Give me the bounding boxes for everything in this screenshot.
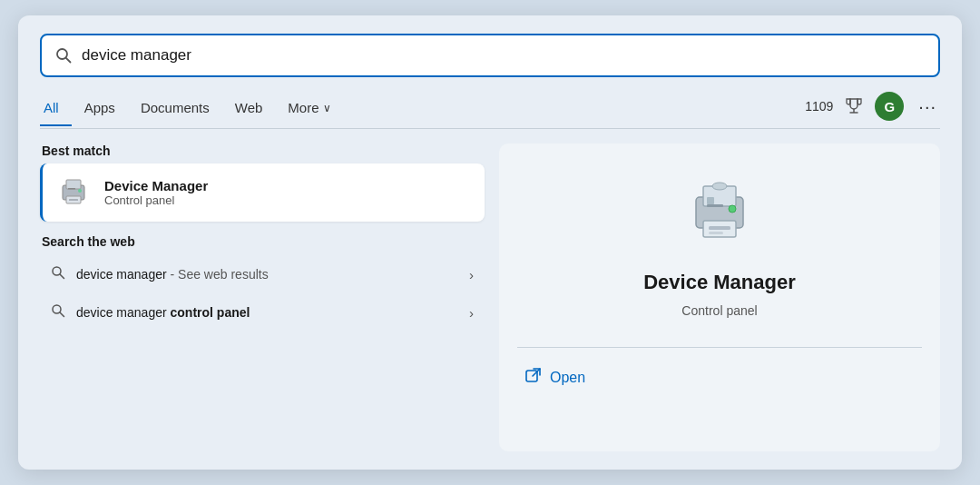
left-panel: Best match Device Manager Control [40, 144, 485, 451]
tab-all[interactable]: All [40, 94, 72, 126]
best-match-title: Best match [40, 144, 485, 158]
web-result-1[interactable]: device manager - See web results › [40, 256, 485, 292]
svg-rect-9 [68, 188, 75, 190]
main-content: Best match Device Manager Control [40, 144, 940, 451]
web-search-icon-2 [51, 303, 65, 322]
tab-more[interactable]: More ∨ [275, 94, 343, 126]
open-external-icon [524, 366, 543, 389]
web-result-2-text: device manager control panel [76, 305, 458, 320]
tabs-row: All Apps Documents Web More ∨ 1109 G ··· [40, 92, 940, 129]
tab-documents[interactable]: Documents [128, 94, 222, 126]
web-search-icon-1 [51, 265, 65, 283]
trophy-icon [844, 96, 864, 116]
tab-apps[interactable]: Apps [72, 94, 128, 126]
web-result-1-text: device manager - See web results [76, 267, 458, 282]
web-result-2[interactable]: device manager control panel › [40, 294, 485, 331]
svg-rect-21 [707, 197, 714, 204]
open-button[interactable]: Open [517, 362, 593, 392]
svg-rect-5 [66, 180, 81, 189]
chevron-down-icon: ∨ [323, 102, 331, 114]
right-panel-title: Device Manager [643, 271, 796, 294]
tabs-right: 1109 G ··· [805, 92, 940, 128]
svg-point-19 [729, 205, 736, 213]
svg-point-8 [78, 189, 82, 193]
best-match-item[interactable]: Device Manager Control panel [40, 163, 485, 222]
web-result-2-arrow: › [469, 305, 474, 321]
search-bar[interactable] [40, 34, 940, 77]
svg-line-1 [66, 58, 71, 63]
right-panel-divider [517, 347, 922, 348]
svg-rect-17 [709, 226, 730, 230]
svg-line-11 [60, 274, 64, 279]
search-web-title: Search the web [40, 234, 485, 249]
device-manager-icon-large [679, 173, 760, 254]
search-input[interactable] [82, 46, 926, 64]
search-panel: All Apps Documents Web More ∨ 1109 G ··· [18, 15, 962, 470]
web-result-1-arrow: › [469, 267, 474, 282]
badge-count: 1109 [805, 99, 833, 114]
open-button-label: Open [550, 370, 585, 386]
search-icon [54, 46, 73, 64]
svg-rect-18 [709, 232, 723, 234]
user-avatar[interactable]: G [875, 92, 904, 121]
device-manager-icon-small [55, 174, 92, 211]
svg-point-22 [712, 183, 727, 190]
tab-web[interactable]: Web [222, 94, 276, 126]
svg-line-13 [60, 312, 64, 317]
svg-rect-7 [69, 199, 78, 201]
right-panel: Device Manager Control panel Open [499, 144, 940, 451]
best-match-item-title: Device Manager [104, 178, 472, 193]
best-match-item-text: Device Manager Control panel [104, 178, 472, 207]
right-panel-subtitle: Control panel [681, 303, 757, 318]
more-options-button[interactable]: ··· [915, 94, 940, 119]
best-match-item-subtitle: Control panel [104, 193, 472, 207]
svg-rect-20 [707, 204, 723, 207]
